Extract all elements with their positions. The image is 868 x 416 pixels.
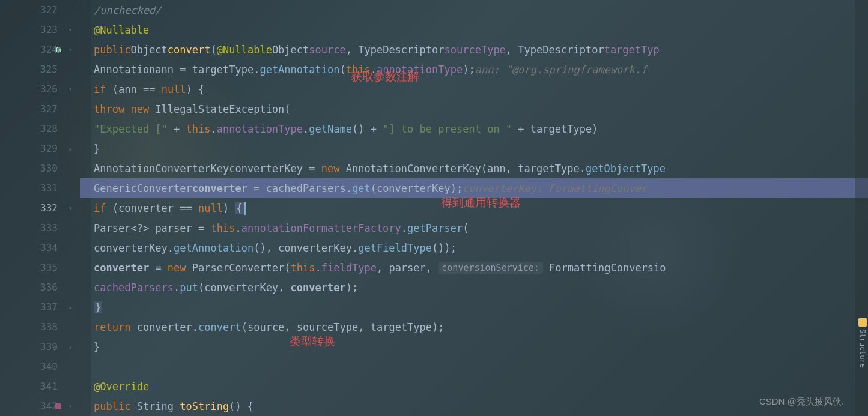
- code-line: throw new IllegalStateException(: [91, 99, 868, 119]
- right-sidebar: Structure: [855, 0, 868, 416]
- line-number: 322: [40, 4, 58, 16]
- gutter: 322 323▾ 324 fx ▾ 325 326▾ 327 328 329▴ …: [0, 0, 91, 416]
- code-editor[interactable]: 322 323▾ 324 fx ▾ 325 326▾ 327 328 329▴ …: [0, 0, 868, 416]
- code-line: @Nullable: [91, 20, 868, 40]
- code-line: Parser<?> parser = this.annotationFormat…: [91, 218, 868, 238]
- fold-icon[interactable]: ▾: [66, 204, 74, 213]
- annotation-label: 得到通用转换器: [441, 195, 521, 211]
- code-line: public String toString() {: [91, 396, 868, 416]
- fold-icon[interactable]: ▾: [66, 402, 74, 411]
- code-line: return converter.convert(source, sourceT…: [91, 317, 868, 337]
- code-line: Annotation ann = targetType.getAnnotatio…: [91, 59, 868, 79]
- code-line: [91, 357, 868, 376]
- code-line: if (ann == null) {: [91, 79, 868, 99]
- fold-icon[interactable]: ▾: [66, 85, 74, 94]
- code-line: "Expected [" + this.annotationType.getNa…: [91, 119, 868, 139]
- svg-rect-2: [55, 403, 61, 409]
- annotation-label: 类型转换: [290, 334, 335, 349]
- structure-icon: [858, 318, 867, 327]
- code-line: }: [91, 337, 868, 357]
- code-line: converterKey.getAnnotation(), converterK…: [91, 238, 868, 258]
- fold-icon[interactable]: ▾: [66, 26, 74, 34]
- fold-icon[interactable]: ▴: [66, 343, 74, 351]
- annotation-label: 获取参数注解: [351, 69, 419, 85]
- code-line: cachedParsers.put(converterKey, converte…: [91, 277, 868, 297]
- override-icon[interactable]: [54, 402, 62, 411]
- code-line: }: [91, 139, 868, 158]
- fold-icon[interactable]: ▴: [66, 145, 74, 153]
- code-line: /unchecked/: [91, 0, 868, 20]
- code-line: @Override: [91, 376, 868, 396]
- fold-icon[interactable]: ▴: [66, 303, 74, 312]
- code-line: AnnotationConverterKey converterKey = ne…: [91, 158, 868, 178]
- svg-text:fx: fx: [55, 47, 61, 53]
- fold-icon[interactable]: ▾: [66, 46, 74, 54]
- watermark: CSDN @秃头披风侠.: [759, 396, 844, 408]
- code-content[interactable]: /unchecked/ @Nullable public Object conv…: [91, 0, 868, 416]
- override-icon[interactable]: fx: [54, 46, 62, 54]
- structure-tab[interactable]: Structure: [858, 318, 867, 368]
- code-line: }: [91, 297, 868, 317]
- text-caret: [244, 202, 246, 215]
- code-line: converter = new ParserConverter(this.fie…: [91, 258, 868, 277]
- code-line: public Object convert(@Nullable Object s…: [91, 40, 868, 59]
